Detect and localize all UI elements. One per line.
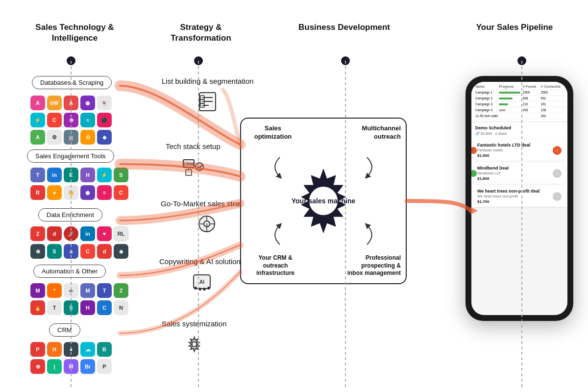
icon-pipedrive2: | — [47, 359, 62, 374]
icon-breakcold: B — [97, 342, 112, 357]
phone-card-2-title: Mindbend Deal — [477, 166, 553, 171]
phone-table-row-2: Campaign 2 808 651 — [473, 96, 565, 101]
phone-screen: Name Progress # Found # Contacted Campai… — [471, 82, 567, 315]
icon-row-crm-2: ⊕ | M Br P — [30, 359, 112, 374]
phone-card-1-title: Fantastic hotels LTD deal — [477, 143, 553, 147]
phone-mockup: Name Progress # Found # Contacted Campai… — [466, 76, 573, 321]
icon-t: T — [47, 300, 62, 315]
icon-zerobounce: Z — [30, 226, 45, 241]
svg-rect-14 — [186, 170, 192, 175]
icon-seamless: ⊕ — [64, 113, 78, 127]
icon-red2: R — [30, 185, 45, 200]
category-automation: Automation & Other — [33, 265, 106, 278]
icon-instantly: E — [64, 168, 78, 182]
icon-linkedin2: in — [80, 226, 95, 241]
icon-dark1: ⊕ — [30, 244, 45, 259]
phone-table-row-4: Campaign 4 303 100 — [473, 107, 565, 113]
icon-br2: Br — [80, 359, 95, 374]
icon-pink: ≡ — [97, 185, 112, 200]
icon-teams2: T — [97, 283, 112, 298]
svg-text:AI: AI — [199, 279, 204, 285]
phone-table-row-1: Campaign 1 2500 2500 — [473, 90, 565, 96]
svg-text:CRM: CRM — [184, 162, 194, 167]
phone-table-header: Name Progress # Found # Contacted — [473, 84, 565, 90]
col4-dot — [517, 56, 526, 65]
phone-card-1-company: Fantastic hotels — [477, 148, 553, 152]
icon-browse: A — [30, 130, 45, 145]
phone-card-2-indicator — [471, 170, 477, 177]
category-sales-engagement: Sales Engagement Tools — [27, 149, 114, 163]
phone-card-2-btn[interactable]: › — [553, 169, 562, 178]
icon-apify: A — [64, 96, 78, 110]
icon-bot: 🤖 — [64, 130, 78, 145]
label-crm-outreach: Your CRM & outreach infrastructure — [246, 254, 305, 277]
icon-row-automation-2: 🔥 T S H C N — [30, 300, 128, 315]
label-multichannel: Multichannel outreach — [347, 124, 401, 141]
category-data-enrichment: Data Enrichment — [38, 208, 102, 221]
icon-datanyze: d — [47, 226, 62, 241]
icon-apollo: A — [30, 96, 45, 110]
icon-notion: N — [114, 300, 128, 315]
strategy-list-building: List building & segmentation — [162, 76, 254, 114]
svg-point-23 — [203, 288, 206, 291]
label-prospecting: Professional prospecting & inbox managem… — [347, 254, 401, 277]
icon-hunter2: C — [47, 113, 62, 127]
center-box: Sales optimization Multichannel outreach… — [240, 118, 407, 284]
phone-card-3-company: We heart trees non-profit — [477, 194, 553, 198]
phone-card-1-indicator — [471, 147, 477, 154]
icon-snovio: S — [47, 244, 62, 259]
icon-n8n: ∞ — [64, 283, 78, 298]
phone-card-2-company: Mindbend LLP — [477, 171, 553, 175]
icon-heyreach: H — [80, 300, 95, 315]
icon-blue2: a — [64, 244, 78, 259]
icon-clay: ◉ — [80, 96, 95, 110]
icon-purple4: ◉ — [80, 185, 95, 200]
icon-rl: RL — [114, 226, 128, 241]
phone-card-3: We heart trees non-profit deal We heart … — [473, 186, 565, 207]
phone-card-1-btn[interactable]: › — [553, 146, 562, 155]
col3-dot — [341, 56, 350, 65]
col1-header: Sales Technology & Intelligence — [29, 22, 120, 44]
icon-green2: S — [114, 168, 128, 182]
icon-close: ● — [64, 342, 78, 357]
icon-builtwith: bW — [47, 96, 62, 110]
label-sales-optimization: Sales optimization — [246, 124, 300, 141]
col3-header: Business Development — [289, 22, 399, 33]
icon-row-databases-2: ⚡ C ⊕ ≡ ⚫ — [30, 113, 112, 127]
icon-row-sales-1: T in E H ⚡ S — [30, 168, 128, 182]
icon-clearbit: C — [80, 244, 95, 259]
phone-card-3-btn[interactable]: › — [553, 192, 562, 201]
phone-table-row-3: Campaign 3 210 161 — [473, 101, 565, 107]
svg-point-21 — [194, 287, 197, 290]
icon-rocketreach: 🚀 — [64, 226, 78, 241]
category-databases: Databases & Scraping — [32, 76, 112, 89]
phone-card-1-amount: $1,900 — [477, 153, 553, 158]
icon-phantombuster: ⚡ — [30, 113, 45, 127]
icon-zoom: Z — [114, 283, 128, 298]
icon-row-databases-1: A bW A ◉ 👻 — [30, 96, 112, 110]
col4-header: Your Sales Pipeline — [461, 22, 568, 33]
icon-row-sales-2: R ● 👋 ◉ ≡ C — [30, 185, 128, 200]
icon-red4: d — [97, 244, 112, 259]
icon-purple2: ◈ — [97, 130, 112, 145]
icon-row-enrichment-1: Z d 🚀 in ♥ RL — [30, 226, 128, 241]
svg-text:$: $ — [206, 222, 208, 227]
icon-pink2: ♥ — [97, 226, 112, 241]
svg-point-15 — [196, 163, 203, 171]
icon-orange2: ● — [47, 185, 62, 200]
phone-card-2: Mindbend Deal Mindbend LLP $1,800 › — [473, 163, 565, 184]
icon-shield: S — [64, 300, 78, 315]
icon-hubspot: H — [47, 342, 62, 357]
icon-blue3: C — [97, 300, 112, 315]
col1-dot — [67, 56, 75, 65]
phone-table-row-5: 11-50 tech valid 262 — [473, 113, 565, 119]
category-crm: CRM — [49, 323, 80, 337]
icon-crm2: ⊕ — [30, 359, 45, 374]
phone-card-3-title: We heart trees non-profit deal — [477, 189, 553, 194]
icon-teal: ⚡ — [97, 168, 112, 182]
icon-zapier: * — [47, 283, 62, 298]
col2-header: Strategy & Transformation — [162, 22, 240, 44]
strategy-systemization: Sales systemization — [162, 318, 227, 356]
icon-purple3: H — [80, 168, 95, 182]
icon-skrapp: ≡ — [80, 113, 95, 127]
